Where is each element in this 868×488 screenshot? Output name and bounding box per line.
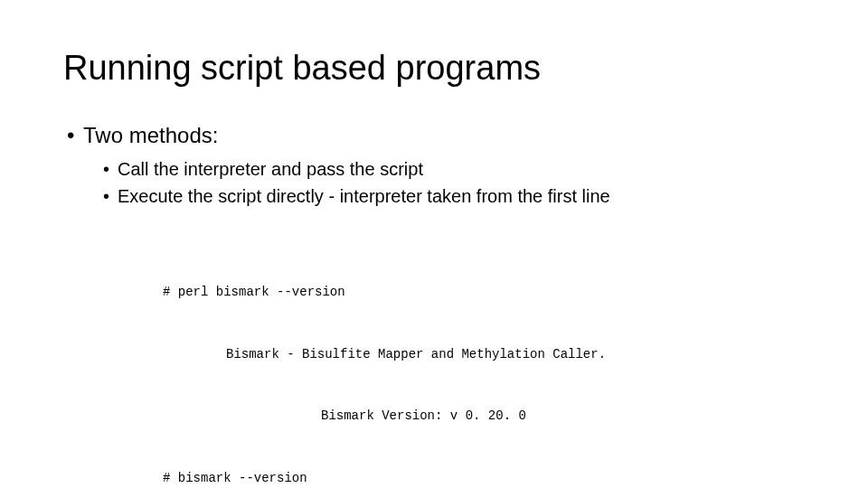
bullet-item: Two methods: Call the interpreter and pa… xyxy=(63,119,805,210)
sub-bullet-item: Call the interpreter and pass the script xyxy=(99,155,805,183)
slide-title: Running script based programs xyxy=(63,50,805,88)
sub-bullet-list: Call the interpreter and pass the script… xyxy=(99,155,805,210)
code-line: Bismark - Bisulfite Mapper and Methylati… xyxy=(226,347,805,362)
bullet-list: Two methods: Call the interpreter and pa… xyxy=(63,119,805,210)
code-line: # bismark --version xyxy=(163,471,805,486)
bullet-heading: Two methods: xyxy=(83,123,218,147)
code-line: Bismark Version: v 0. 20. 0 xyxy=(321,408,805,424)
code-block: # perl bismark --version Bismark - Bisul… xyxy=(163,255,805,488)
slide: Running script based programs Two method… xyxy=(0,0,868,488)
code-line: # perl bismark --version xyxy=(163,285,805,300)
sub-bullet-item: Execute the script directly - interprete… xyxy=(99,183,805,210)
